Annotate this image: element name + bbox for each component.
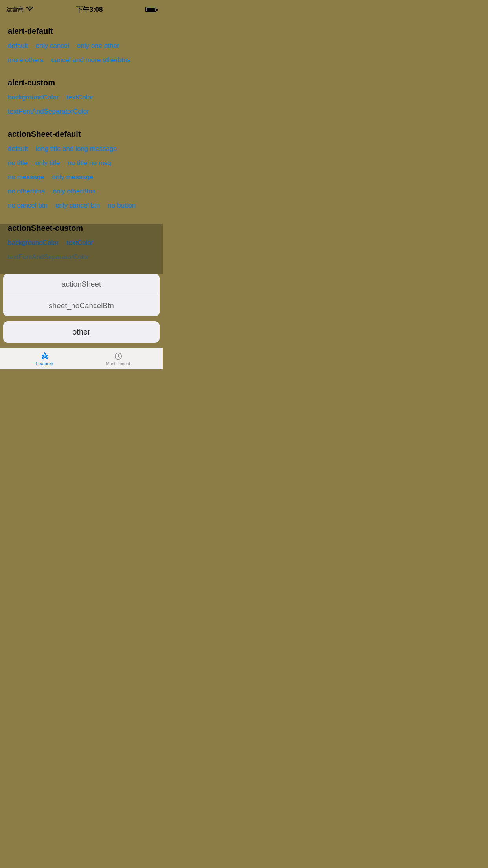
sheet-item-no-cancel[interactable]: sheet_noCancelBtn	[3, 295, 160, 316]
alert-custom-title: alert-custom	[8, 78, 155, 87]
alert-custom-row-1: backgroundColor textColor	[8, 92, 155, 103]
battery-icon	[145, 7, 156, 12]
link-as-default[interactable]: default	[8, 143, 28, 154]
link-textfont[interactable]: textFontAndSeparatorColor	[8, 106, 89, 117]
as-custom-row-2: textFontAndSeparatorColor	[8, 252, 155, 263]
link-only-message[interactable]: only message	[52, 172, 94, 183]
link-no-message[interactable]: no message	[8, 172, 44, 183]
alert-default-section: alert-default default only cancel only o…	[0, 17, 163, 75]
alert-default-title: alert-default	[8, 27, 155, 36]
sheet-item-actionsheet[interactable]: actionSheet	[3, 274, 160, 295]
link-no-cancel-btn[interactable]: no cancel btn	[8, 200, 48, 211]
link-only-cancel[interactable]: only cancel	[36, 40, 69, 51]
link-no-button[interactable]: no button	[108, 200, 136, 211]
as-custom-content: actionSheet-custom backgroundColor textC…	[0, 224, 163, 274]
alert-custom-section: alert-custom backgroundColor textColor t…	[0, 78, 163, 127]
tab-featured-label: Featured	[36, 361, 53, 366]
as-default-row-3: no message only message	[8, 172, 155, 183]
alert-default-row-1: default only cancel only one other	[8, 40, 155, 51]
alert-custom-row-2: textFontAndSeparatorColor	[8, 106, 155, 117]
sheet-other-container: other	[3, 321, 160, 343]
alert-default-row-2: more others cancel and more otherbtns	[8, 55, 155, 66]
tab-bar: Featured Most Recent	[0, 348, 163, 369]
time-label: 下午3:08	[76, 5, 103, 14]
link-no-title-no-msg[interactable]: no title no msg	[68, 158, 111, 169]
link-no-title[interactable]: no title	[8, 158, 28, 169]
page-wrapper: 运营商 下午3:08 alert-default defa	[0, 0, 163, 393]
main-content: alert-default default only cancel only o…	[0, 17, 163, 393]
link-as-bgcolor[interactable]: backgroundColor	[8, 237, 59, 248]
link-cancel-and-more[interactable]: cancel and more otherbtns	[51, 55, 130, 66]
link-only-title[interactable]: only title	[35, 158, 60, 169]
as-default-row-4: no otherbtns only otherBtns	[8, 186, 155, 197]
link-long-title[interactable]: long title and long message	[36, 143, 117, 154]
link-only-one-other[interactable]: only one other	[77, 40, 119, 51]
featured-icon	[40, 352, 49, 360]
actionsheet-custom-title: actionSheet-custom	[8, 224, 155, 233]
wifi-icon	[26, 6, 33, 13]
tab-featured[interactable]: Featured	[8, 352, 81, 366]
link-more-others[interactable]: more others	[8, 55, 44, 66]
link-default[interactable]: default	[8, 40, 28, 51]
status-left: 运营商	[6, 6, 33, 13]
sheet-item-other[interactable]: other	[3, 321, 160, 343]
link-as-textfont[interactable]: textFontAndSeparatorColor	[8, 252, 89, 263]
link-no-otherbtns[interactable]: no otherbtns	[8, 186, 45, 197]
link-as-textcolor[interactable]: textColor	[66, 237, 93, 248]
actionsheet-default-title: actionSheet-default	[8, 130, 155, 139]
as-default-row-2: no title only title no title no msg	[8, 158, 155, 169]
as-default-row-1: default long title and long message	[8, 143, 155, 154]
link-only-cancel-btn[interactable]: only cancel btn	[55, 200, 100, 211]
link-textcolor[interactable]: textColor	[66, 92, 93, 103]
action-sheet-panel: actionSheet sheet_noCancelBtn	[3, 274, 160, 316]
link-bgcolor[interactable]: backgroundColor	[8, 92, 59, 103]
as-default-row-5: no cancel btn only cancel btn no button	[8, 200, 155, 211]
as-custom-row-1: backgroundColor textColor	[8, 237, 155, 248]
carrier-label: 运营商	[6, 6, 24, 13]
tab-most-recent-label: Most Recent	[106, 361, 130, 366]
actionsheet-default-section: actionSheet-default default long title a…	[0, 130, 163, 221]
most-recent-icon	[114, 352, 123, 360]
status-right	[145, 7, 156, 12]
tab-most-recent[interactable]: Most Recent	[81, 352, 155, 366]
actionsheet-custom-section: actionSheet-custom backgroundColor textC…	[0, 224, 163, 274]
status-bar: 运营商 下午3:08	[0, 0, 163, 17]
link-only-otherbtns[interactable]: only otherBtns	[53, 186, 96, 197]
